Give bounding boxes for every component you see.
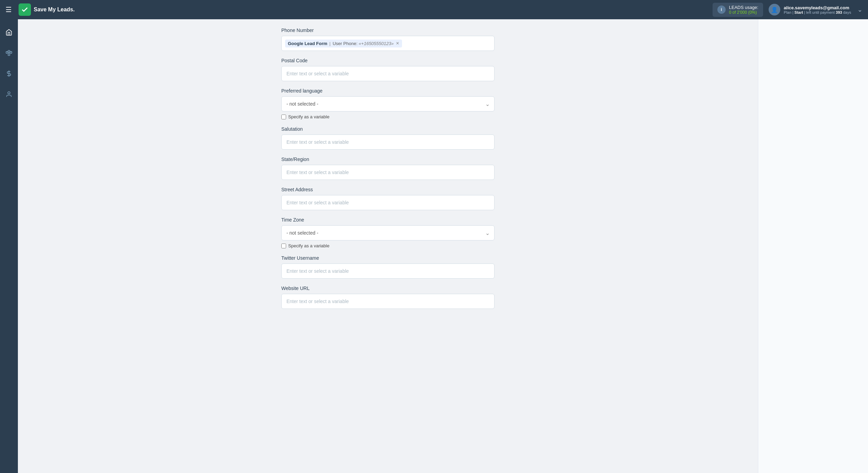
user-avatar: 👤 — [769, 4, 780, 15]
field-website-url: Website URL — [281, 286, 495, 309]
label-twitter-username: Twitter Username — [281, 255, 495, 261]
label-phone-number: Phone Number — [281, 28, 495, 33]
label-website-url: Website URL — [281, 286, 495, 291]
sidebar-item-billing[interactable] — [3, 67, 15, 80]
street-address-input[interactable] — [281, 195, 495, 210]
app-logo: Save My Leads. — [19, 3, 75, 16]
time-zone-variable-checkbox[interactable] — [281, 244, 286, 248]
leads-usage-text: LEADS usage: 0 of 2'000 (0%) — [729, 5, 758, 15]
label-time-zone: Time Zone — [281, 217, 495, 223]
label-street-address: Street Address — [281, 187, 495, 192]
field-preferred-language: Preferred language - not selected - ⌄ Sp… — [281, 88, 495, 119]
time-zone-select[interactable]: - not selected - — [281, 225, 495, 240]
postal-code-input[interactable] — [281, 66, 495, 81]
preferred-language-select[interactable]: - not selected - — [281, 96, 495, 111]
phone-number-input[interactable]: Google Lead Form | User Phone: «+1650555… — [281, 36, 495, 51]
phone-number-tag: Google Lead Form | User Phone: «+1650555… — [285, 40, 402, 47]
user-plan: Plan | Start | left until payment 393 da… — [784, 10, 851, 14]
time-zone-variable-label: Specify as a variable — [288, 243, 329, 248]
field-phone-number: Phone Number Google Lead Form | User Pho… — [281, 28, 495, 51]
hamburger-menu[interactable]: ☰ — [6, 6, 12, 14]
preferred-language-variable-row: Specify as a variable — [281, 114, 495, 119]
website-url-input[interactable] — [281, 294, 495, 309]
sidebar-item-profile[interactable] — [3, 88, 15, 100]
preferred-language-variable-checkbox[interactable] — [281, 115, 286, 119]
leads-usage-count: 0 of 2'000 (0%) — [729, 10, 758, 15]
info-icon: i — [717, 6, 726, 14]
sidebar-item-home[interactable] — [3, 26, 15, 39]
label-state-region: State/Region — [281, 157, 495, 162]
label-preferred-language: Preferred language — [281, 88, 495, 94]
svg-point-8 — [8, 92, 10, 94]
user-info: alice.savemyleads@gmail.com Plan | Start… — [784, 5, 851, 14]
sidebar-item-integrations[interactable] — [3, 47, 15, 59]
right-panel — [758, 19, 868, 473]
label-postal-code: Postal Code — [281, 58, 495, 63]
time-zone-variable-row: Specify as a variable — [281, 243, 495, 248]
field-state-region: State/Region — [281, 157, 495, 180]
main-layout: Phone Number Google Lead Form | User Pho… — [0, 19, 868, 473]
sidebar — [0, 19, 18, 473]
salutation-input[interactable] — [281, 135, 495, 150]
preferred-language-variable-label: Specify as a variable — [288, 114, 329, 119]
time-zone-select-wrapper: - not selected - ⌄ — [281, 225, 495, 240]
field-postal-code: Postal Code — [281, 58, 495, 81]
user-area: 👤 alice.savemyleads@gmail.com Plan | Sta… — [769, 4, 862, 15]
field-time-zone: Time Zone - not selected - ⌄ Specify as … — [281, 217, 495, 248]
svg-rect-1 — [10, 52, 12, 53]
svg-rect-0 — [6, 52, 8, 53]
form-container: Phone Number Google Lead Form | User Pho… — [268, 19, 508, 324]
leads-usage-widget: i LEADS usage: 0 of 2'000 (0%) — [713, 3, 763, 17]
svg-rect-2 — [8, 51, 10, 52]
user-email: alice.savemyleads@gmail.com — [784, 5, 851, 10]
top-navigation: ☰ Save My Leads. i LEADS usage: 0 of 2'0… — [0, 0, 868, 19]
logo-icon — [19, 3, 31, 16]
app-name: Save My Leads. — [34, 7, 75, 13]
tag-source: Google Lead Form — [288, 41, 327, 46]
main-content: Phone Number Google Lead Form | User Pho… — [18, 19, 758, 473]
label-salutation: Salutation — [281, 126, 495, 132]
state-region-input[interactable] — [281, 165, 495, 180]
field-street-address: Street Address — [281, 187, 495, 210]
user-menu-chevron[interactable]: ⌄ — [857, 6, 862, 13]
svg-rect-3 — [8, 54, 10, 56]
field-salutation: Salutation — [281, 126, 495, 150]
preferred-language-select-wrapper: - not selected - ⌄ — [281, 96, 495, 111]
tag-field-value: User Phone: «+16505550123» — [333, 41, 393, 46]
twitter-username-input[interactable] — [281, 264, 495, 279]
tag-remove-button[interactable]: ✕ — [396, 41, 399, 46]
leads-usage-label: LEADS usage: — [729, 5, 758, 10]
field-twitter-username: Twitter Username — [281, 255, 495, 279]
